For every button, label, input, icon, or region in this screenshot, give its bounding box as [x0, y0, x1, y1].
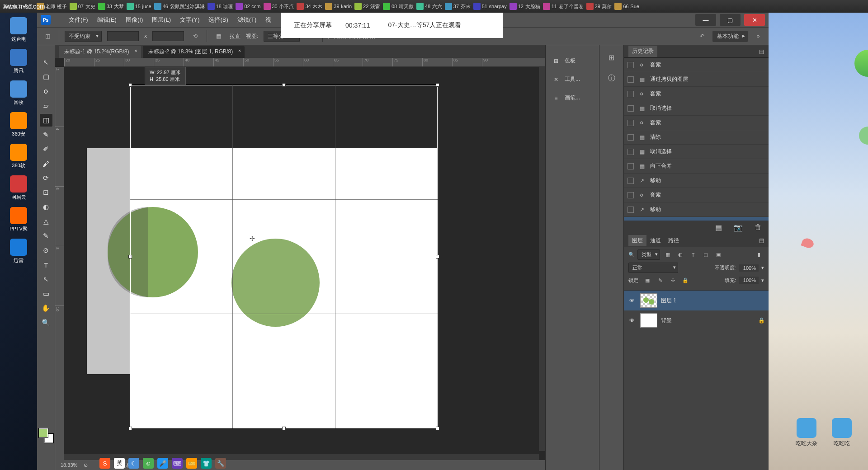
crop-tool-icon[interactable]: ◫ [42, 30, 53, 42]
swap-icon[interactable]: ⟲ [189, 30, 201, 42]
layer-thumbnail[interactable] [640, 313, 657, 328]
desktop-shortcut[interactable]: 360安 [0, 112, 37, 137]
ime-button[interactable]: ☾ [128, 458, 139, 469]
collapsed-panel-button[interactable]: ⊞色板 [546, 52, 599, 70]
history-item[interactable]: ▦取消选择 [624, 101, 769, 116]
history-check[interactable] [627, 149, 634, 155]
ime-button[interactable]: 🎫 [186, 458, 197, 469]
width-field[interactable] [107, 31, 139, 41]
participant-item[interactable]: 11-卷了个蛋卷 [543, 3, 584, 10]
history-item[interactable]: ▦通过拷贝的图层 [624, 72, 769, 87]
desktop-shortcut[interactable]: 腾讯 [0, 49, 37, 74]
panel-menu-icon[interactable]: ▤ [759, 48, 764, 55]
participant-item[interactable]: 08-晴天傲 [383, 3, 414, 10]
history-check[interactable] [627, 207, 634, 213]
close-tab-icon[interactable]: × [238, 48, 241, 53]
crop-handle[interactable] [128, 427, 132, 430]
ime-button[interactable]: 英 [114, 458, 125, 469]
maximize-button[interactable]: ▢ [720, 14, 741, 26]
tool-button[interactable]: ▱ [40, 99, 52, 112]
history-item[interactable]: ↗移动 [624, 202, 769, 217]
layer-name[interactable]: 图层 1 [661, 297, 676, 305]
layer-thumbnail[interactable] [640, 293, 657, 308]
straighten-icon[interactable]: ▦ [212, 30, 224, 42]
participant-item[interactable]: 51-sharpay [473, 3, 507, 10]
desktop-shortcut[interactable]: 这台电 [0, 17, 37, 42]
history-item[interactable]: ⭘套索 [624, 87, 769, 101]
visibility-toggle-icon[interactable]: 👁 [627, 297, 637, 304]
history-item[interactable]: ↗移动 [624, 174, 769, 188]
layer-name[interactable]: 背景 [661, 317, 672, 324]
color-swatches[interactable] [39, 428, 53, 443]
filter-adj-icon[interactable]: ◐ [675, 250, 685, 259]
collapsed-panel-button[interactable]: ≡画笔... [546, 89, 599, 107]
document-tab[interactable]: 未标题-1 @ 15.2%(RGB/8)× [59, 46, 141, 58]
history-check[interactable] [627, 76, 634, 83]
doc-info-icon[interactable]: ⊙ [84, 462, 88, 468]
history-item[interactable]: ▦取消选择 [624, 145, 769, 159]
desktop-shortcut[interactable]: 回收 [0, 80, 37, 106]
panel-tab[interactable]: 路径 [665, 235, 683, 246]
menu-item[interactable]: 编辑(E) [93, 14, 121, 26]
tool-button[interactable]: ✎ [40, 128, 52, 141]
lock-brush-icon[interactable]: ✎ [655, 276, 665, 285]
info-icon[interactable]: ⓘ [606, 72, 618, 84]
fill-arrow-icon[interactable]: ▾ [761, 277, 764, 283]
history-check[interactable] [627, 163, 634, 169]
menu-item[interactable]: 文件(F) [64, 14, 93, 26]
tool-button[interactable]: ▭ [40, 287, 52, 300]
participant-item[interactable]: 39-karin [325, 3, 352, 10]
search-icon[interactable]: 🔍 [628, 252, 635, 258]
canvas-wrap[interactable]: 202530354045505560657075808590 246810 ✢ [55, 58, 545, 460]
participant-item[interactable]: 34-木木 [297, 3, 322, 10]
document-tab[interactable]: 未标题-2 @ 18.3% (图层 1, RGB/8)× [143, 46, 245, 58]
blend-mode-select[interactable]: 正常 [628, 263, 678, 273]
tool-button[interactable]: ▢ [40, 70, 52, 83]
participant-item[interactable]: 48-六六 [416, 3, 442, 10]
foreground-color-swatch[interactable] [39, 428, 48, 437]
layer-item[interactable]: 👁背景🔒 [624, 310, 769, 330]
tool-button[interactable]: ✎ [40, 230, 52, 242]
crop-handle[interactable] [282, 427, 286, 430]
minimize-button[interactable]: — [695, 14, 716, 26]
tool-button[interactable]: ◫ [40, 114, 52, 127]
history-list[interactable]: ⭘套索▦通过拷贝的图层⭘套索▦取消选择⭘套索▦清除▦取消选择▦向下合并↗移动⭘套… [624, 58, 769, 221]
menu-item[interactable]: 滤镜(T) [233, 14, 261, 26]
history-item[interactable]: ▦向下合并 [624, 159, 769, 174]
collapsed-panel-button[interactable]: ✕工具... [546, 70, 599, 89]
fill-value[interactable]: 100% [739, 277, 759, 284]
desktop-shortcut[interactable]: 迅雷 [0, 239, 37, 264]
menu-item[interactable]: 视 [261, 14, 276, 26]
tool-button[interactable]: 🔍 [40, 316, 52, 329]
ruler-horizontal[interactable]: 202530354045505560657075808590 [64, 58, 545, 67]
panel-icon[interactable]: ⊞ [606, 52, 618, 63]
close-tab-icon[interactable]: × [134, 48, 137, 53]
tool-button[interactable]: ⊘ [40, 244, 52, 257]
filter-shape-icon[interactable]: ▢ [701, 250, 711, 259]
filter-pixel-icon[interactable]: ▦ [663, 250, 673, 259]
crop-handle[interactable] [128, 255, 132, 258]
tool-button[interactable]: T [40, 258, 52, 271]
close-button[interactable]: ✕ [744, 14, 765, 26]
crop-handle[interactable] [436, 83, 439, 87]
history-check[interactable] [627, 105, 634, 112]
desktop-shortcut[interactable]: PPTV聚 [0, 207, 37, 232]
history-tab[interactable]: 历史记录 [628, 46, 657, 57]
history-check[interactable] [627, 192, 634, 198]
crop-handle[interactable] [436, 255, 439, 258]
workspace-select[interactable]: 基本功能 [712, 31, 748, 42]
tool-button[interactable]: ✋ [40, 302, 52, 315]
ruler-vertical[interactable]: 246810 [55, 67, 64, 460]
participant-item[interactable]: 22-簌雷 [354, 3, 380, 10]
ime-button[interactable]: 👕 [201, 458, 212, 469]
tool-button[interactable]: ⟳ [40, 172, 52, 184]
snapshot-icon[interactable]: 📷 [732, 221, 744, 233]
history-item[interactable]: ▦取消选择 [624, 217, 769, 221]
desktop-shortcut[interactable]: 吃吃大杂 [796, 418, 817, 447]
ime-button[interactable]: S [99, 458, 110, 469]
ime-button[interactable]: ⌨ [172, 458, 183, 469]
tool-button[interactable]: ⭘ [40, 85, 52, 98]
history-item[interactable]: ⭘套索 [624, 116, 769, 130]
desktop-shortcut[interactable]: 360软 [0, 144, 37, 169]
panel-menu-icon[interactable]: ▤ [759, 237, 764, 244]
